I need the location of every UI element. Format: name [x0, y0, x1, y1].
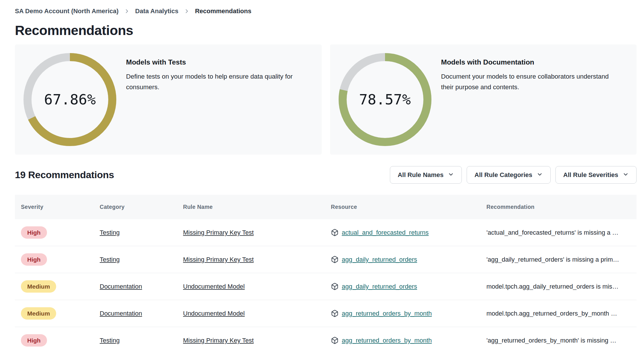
column-header-severity: Severity	[21, 204, 100, 210]
category-link[interactable]: Documentation	[100, 310, 142, 317]
rule-name-link[interactable]: Undocumented Model	[183, 310, 245, 317]
resource-link[interactable]: agg_daily_returned_orders	[342, 256, 417, 263]
table-header: Severity Category Rule Name Resource Rec…	[15, 195, 637, 219]
rule-name-link[interactable]: Undocumented Model	[183, 283, 245, 290]
severity-badge: High	[21, 334, 47, 347]
recommendations-page: SA Demo Account (North America) Data Ana…	[0, 0, 644, 350]
rule-severities-filter[interactable]: All Rule Severities	[555, 166, 637, 184]
severity-badge: Medium	[21, 307, 56, 320]
table-row: High Testing Missing Primary Key Test ag…	[15, 246, 637, 273]
resource-link[interactable]: agg_returned_orders_by_month	[342, 310, 432, 317]
chevron-down-icon	[537, 171, 543, 179]
recommendation-text: model.tpch.agg_returned_orders_by_month …	[486, 310, 637, 317]
resource-link[interactable]: actual_and_forecasted_returns	[342, 229, 429, 236]
rule-name-link[interactable]: Missing Primary Key Test	[183, 256, 254, 263]
cube-icon	[331, 337, 339, 344]
category-link[interactable]: Testing	[100, 337, 120, 344]
card-description: Document your models to ensure collabora…	[441, 71, 620, 92]
breadcrumb: SA Demo Account (North America) Data Ana…	[15, 7, 637, 15]
category-link[interactable]: Documentation	[100, 283, 142, 290]
chevron-right-icon	[124, 8, 130, 14]
metric-cards: 67.86% Models with Tests Define tests on…	[15, 44, 637, 155]
cube-icon	[331, 310, 339, 317]
severity-badge: High	[21, 226, 47, 239]
card-title: Models with Tests	[126, 58, 305, 66]
column-header-category: Category	[100, 204, 183, 210]
recommendation-text: model.tpch.agg_daily_returned_orders is …	[486, 283, 637, 290]
table-row: Medium Documentation Undocumented Model …	[15, 300, 637, 327]
filter-bar: All Rule Names All Rule Categories All R…	[390, 166, 637, 184]
rule-name-link[interactable]: Missing Primary Key Test	[183, 229, 254, 236]
rule-names-filter[interactable]: All Rule Names	[390, 166, 462, 184]
rule-categories-filter[interactable]: All Rule Categories	[467, 166, 551, 184]
recommendation-text: 'agg_returned_orders_by_month' is missin…	[486, 337, 637, 344]
tests-donut-chart: 67.86%	[23, 52, 117, 147]
recommendation-text: 'actual_and_forecasted_returns' is missi…	[486, 229, 637, 236]
recommendations-count: 19 Recommendations	[15, 169, 114, 180]
cube-icon	[331, 256, 339, 263]
tests-percent-value: 67.86%	[23, 52, 117, 147]
documentation-donut-chart: 78.57%	[338, 52, 432, 147]
resource-link[interactable]: agg_returned_orders_by_month	[342, 337, 432, 344]
recommendation-text: 'agg_daily_returned_orders' is missing a…	[486, 256, 637, 263]
recommendations-table: Severity Category Rule Name Resource Rec…	[15, 195, 637, 350]
column-header-recommendation: Recommendation	[486, 204, 637, 210]
severity-badge: High	[21, 253, 47, 266]
category-link[interactable]: Testing	[100, 256, 120, 263]
page-title: Recommendations	[15, 22, 637, 38]
table-row: Medium Documentation Undocumented Model …	[15, 273, 637, 300]
card-description: Define tests on your models to help ensu…	[126, 71, 305, 92]
resource-link[interactable]: agg_daily_returned_orders	[342, 283, 417, 290]
chevron-right-icon	[184, 8, 190, 14]
models-with-documentation-card: 78.57% Models with Documentation Documen…	[330, 44, 637, 155]
rule-name-link[interactable]: Missing Primary Key Test	[183, 337, 254, 344]
cube-icon	[331, 283, 339, 290]
cube-icon	[331, 229, 339, 236]
table-body: High Testing Missing Primary Key Test ac…	[15, 219, 637, 350]
models-with-tests-card: 67.86% Models with Tests Define tests on…	[15, 44, 322, 155]
breadcrumb-account[interactable]: SA Demo Account (North America)	[15, 7, 119, 15]
chevron-down-icon	[448, 171, 454, 179]
breadcrumb-project[interactable]: Data Analytics	[135, 7, 178, 15]
severity-badge: Medium	[21, 280, 56, 293]
chevron-down-icon	[623, 171, 629, 179]
category-link[interactable]: Testing	[100, 229, 120, 236]
column-header-rule-name: Rule Name	[183, 204, 331, 210]
column-header-resource: Resource	[331, 204, 486, 210]
breadcrumb-current: Recommendations	[195, 7, 252, 15]
documentation-percent-value: 78.57%	[338, 52, 432, 147]
card-title: Models with Documentation	[441, 58, 620, 66]
table-row: High Testing Missing Primary Key Test ag…	[15, 327, 637, 350]
table-row: High Testing Missing Primary Key Test ac…	[15, 219, 637, 246]
